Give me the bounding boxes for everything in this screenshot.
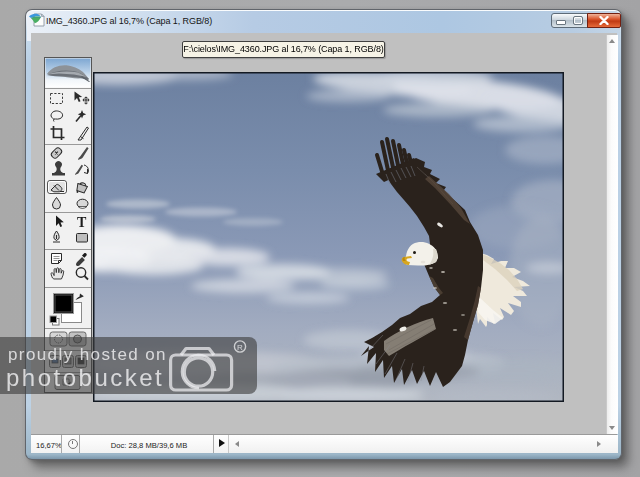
- svg-text:R: R: [237, 343, 243, 352]
- svg-text:T: T: [77, 215, 87, 230]
